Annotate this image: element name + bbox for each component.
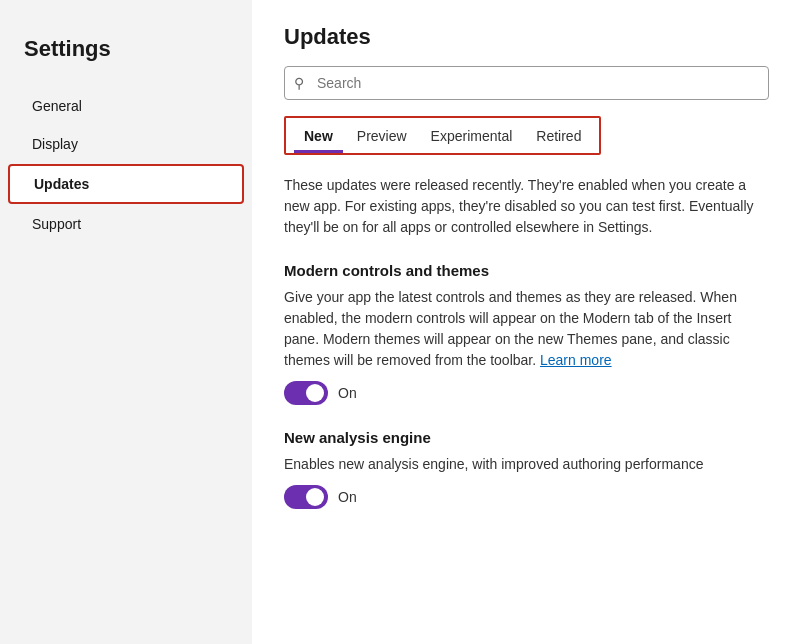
sidebar-item-label: Support — [32, 216, 81, 232]
toggle-modern-controls[interactable] — [284, 381, 328, 405]
sidebar-item-label: Display — [32, 136, 78, 152]
tab-experimental[interactable]: Experimental — [421, 122, 523, 153]
feature-modern-controls-title: Modern controls and themes — [284, 262, 769, 279]
updates-description: These updates were released recently. Th… — [284, 175, 769, 238]
tab-retired[interactable]: Retired — [526, 122, 591, 153]
tabs-container: New Preview Experimental Retired — [284, 116, 601, 155]
toggle-row-analysis-engine: On — [284, 485, 769, 509]
feature-analysis-engine-description: Enables new analysis engine, with improv… — [284, 454, 769, 475]
sidebar-item-display[interactable]: Display — [8, 126, 244, 162]
feature-analysis-engine-title: New analysis engine — [284, 429, 769, 446]
feature-modern-controls-description: Give your app the latest controls and th… — [284, 287, 769, 371]
tab-new[interactable]: New — [294, 122, 343, 153]
toggle-track-2 — [284, 485, 328, 509]
search-container: ⚲ — [284, 66, 769, 100]
toggle-label-analysis-engine: On — [338, 489, 357, 505]
toggle-thumb-2 — [306, 488, 324, 506]
toggle-row-modern-controls: On — [284, 381, 769, 405]
toggle-thumb — [306, 384, 324, 402]
search-icon: ⚲ — [294, 75, 304, 91]
app-title: Settings — [0, 20, 252, 86]
learn-more-link[interactable]: Learn more — [540, 352, 612, 368]
search-input[interactable] — [284, 66, 769, 100]
toggle-track — [284, 381, 328, 405]
feature-modern-controls: Modern controls and themes Give your app… — [284, 262, 769, 405]
sidebar-item-label: Updates — [34, 176, 89, 192]
feature-analysis-engine: New analysis engine Enables new analysis… — [284, 429, 769, 509]
toggle-analysis-engine[interactable] — [284, 485, 328, 509]
sidebar-item-general[interactable]: General — [8, 88, 244, 124]
page-title: Updates — [284, 24, 769, 50]
sidebar-item-label: General — [32, 98, 82, 114]
sidebar-item-support[interactable]: Support — [8, 206, 244, 242]
sidebar-item-updates[interactable]: Updates — [8, 164, 244, 204]
main-content: Updates ⚲ New Preview Experimental Retir… — [252, 0, 801, 644]
toggle-label-modern-controls: On — [338, 385, 357, 401]
sidebar: Settings General Display Updates Support — [0, 0, 252, 644]
tab-preview[interactable]: Preview — [347, 122, 417, 153]
